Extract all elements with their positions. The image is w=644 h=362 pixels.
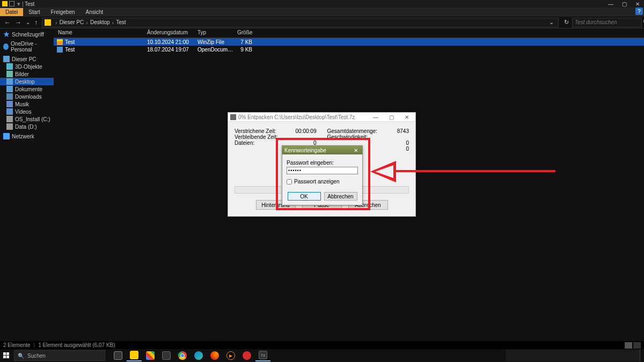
search-icon: 🔍 — [18, 353, 24, 359]
dialog-titlebar[interactable]: 0% Entpacken C:\Users\Izu\Desktop\Test\T… — [228, 113, 415, 122]
col-name[interactable]: Name — [55, 28, 144, 38]
path-dropdown-icon[interactable]: ⌄ — [547, 19, 556, 26]
sidebar-label: Musik — [15, 101, 29, 107]
nav-forward-button[interactable]: → — [13, 19, 24, 26]
cube-icon — [6, 63, 13, 70]
col-size[interactable]: Größe — [234, 28, 254, 38]
sidebar-label: Desktop — [15, 79, 35, 85]
photos-taskbar[interactable] — [143, 350, 158, 361]
sidebar-item-drive-c[interactable]: OS_Install (C:) — [0, 115, 54, 123]
nav-up-button[interactable]: ↑ — [32, 19, 40, 26]
file-size: 9 KB — [234, 47, 254, 53]
col-type[interactable]: Typ — [194, 28, 234, 38]
breadcrumb[interactable]: › Dieser PC › Desktop › Test ⌄ — [42, 18, 559, 27]
ribbon-tabs: Datei Start Freigeben Ansicht — [0, 8, 644, 17]
status-selected: 1 Element ausgewählt (6,07 KB) — [38, 342, 115, 348]
file-explorer-taskbar[interactable] — [127, 350, 142, 361]
taskbar-search[interactable]: 🔍 Suchen — [14, 350, 105, 361]
sidebar-item-network[interactable]: Netzwerk — [0, 132, 54, 140]
minimize-button[interactable]: — — [606, 1, 616, 7]
mediaplayer-taskbar[interactable] — [223, 350, 238, 361]
edge-taskbar[interactable] — [191, 350, 206, 361]
sidebar-item-3d-objects[interactable]: 3D-Objekte — [0, 63, 54, 70]
search-box[interactable]: 🔍 — [572, 18, 642, 27]
7z-icon — [230, 114, 236, 120]
network-icon — [3, 133, 10, 139]
maximize-button[interactable]: ▢ — [385, 114, 398, 120]
sidebar-item-drive-d[interactable]: Data (D:) — [0, 123, 54, 130]
chevron-right-icon: › — [86, 19, 88, 26]
large-icons-view-button[interactable] — [633, 342, 641, 349]
address-bar: ← → ⌄ ↑ › Dieser PC › Desktop › Test ⌄ ↻… — [0, 17, 644, 28]
close-button[interactable]: ✕ — [400, 114, 413, 120]
sidebar-label: OS_Install (C:) — [15, 116, 50, 122]
crumb-pc[interactable]: Dieser PC — [60, 19, 84, 25]
show-password-label[interactable]: Passwort anzeigen — [287, 179, 358, 184]
record-icon — [243, 351, 251, 360]
nav-back-button[interactable]: ← — [2, 19, 13, 26]
separator: | — [34, 342, 35, 348]
pictures-icon — [6, 71, 13, 77]
file-date: 18.07.2024 19:07 — [144, 47, 194, 53]
search-placeholder: Suchen — [27, 353, 46, 359]
sidebar-item-this-pc[interactable]: Dieser PC — [0, 55, 54, 63]
titlebar-separator: ▾ | — [17, 1, 24, 8]
navigation-sidebar: Schnellzugriff OneDrive - Personal Diese… — [0, 28, 54, 341]
tab-view[interactable]: Ansicht — [80, 8, 109, 16]
show-desktop-button[interactable] — [640, 350, 644, 361]
chrome-icon — [178, 351, 187, 360]
file-row[interactable]: Test 10.10.2024 21:00 WinZip File 7 KB — [54, 38, 644, 46]
start-button[interactable] — [0, 349, 13, 362]
password-dialog-titlebar[interactable]: Kennworteingabe ✕ — [282, 146, 362, 154]
chrome-taskbar[interactable] — [175, 350, 190, 361]
system-tray[interactable] — [506, 350, 640, 361]
sidebar-item-music[interactable]: Musik — [0, 100, 54, 108]
file-type: OpenDocument T... — [194, 47, 234, 53]
app-icon — [9, 1, 14, 6]
7zip-taskbar[interactable]: 7z — [255, 350, 270, 361]
tab-share[interactable]: Freigeben — [45, 8, 80, 16]
cancel-button[interactable]: Abbrechen — [324, 192, 357, 201]
dialog-title: Kennworteingabe — [284, 147, 352, 153]
details-view-button[interactable] — [625, 342, 632, 349]
help-icon[interactable]: ? — [635, 8, 643, 15]
downloads-icon — [6, 93, 13, 100]
file-type: WinZip File — [194, 39, 234, 45]
taskview-icon — [114, 351, 122, 360]
minimize-button[interactable]: — — [369, 114, 383, 120]
checkbox-label: Passwort anzeigen — [294, 179, 340, 184]
password-input[interactable] — [287, 167, 358, 174]
processed-value: 0 — [406, 140, 409, 146]
store-taskbar[interactable] — [159, 350, 174, 361]
column-headers: Name Änderungsdatum Typ Größe — [54, 28, 644, 38]
tab-start[interactable]: Start — [23, 8, 45, 16]
crumb-folder[interactable]: Test — [116, 19, 126, 25]
sidebar-item-quick-access[interactable]: Schnellzugriff — [0, 31, 54, 38]
col-date[interactable]: Änderungsdatum — [144, 28, 194, 38]
crumb-desktop[interactable]: Desktop — [90, 19, 110, 25]
sidebar-item-downloads[interactable]: Downloads — [0, 93, 54, 100]
maximize-button[interactable]: ▢ — [620, 1, 629, 7]
file-row[interactable]: Test 18.07.2024 19:07 OpenDocument T... … — [54, 46, 644, 53]
close-button[interactable]: ✕ — [633, 1, 642, 7]
dialog-title: 0% Entpacken C:\Users\Izu\Desktop\Test\T… — [238, 114, 369, 120]
value3: 0 — [406, 146, 409, 152]
recent-dropdown[interactable]: ⌄ — [24, 19, 32, 25]
taskview-button[interactable] — [111, 350, 126, 361]
sidebar-item-documents[interactable]: Dokumente — [0, 85, 54, 93]
search-input[interactable] — [575, 19, 643, 25]
show-password-checkbox[interactable] — [287, 179, 292, 184]
firefox-taskbar[interactable] — [207, 350, 222, 361]
sidebar-item-pictures[interactable]: Bilder — [0, 70, 54, 78]
close-button[interactable]: ✕ — [352, 147, 360, 153]
sidebar-item-onedrive[interactable]: OneDrive - Personal — [0, 40, 54, 53]
app-taskbar[interactable] — [239, 350, 254, 361]
chevron-right-icon: › — [55, 19, 57, 26]
file-name: Test — [65, 47, 75, 53]
tab-file[interactable]: Datei — [0, 8, 23, 16]
sidebar-item-videos[interactable]: Videos — [0, 108, 54, 115]
sidebar-item-desktop[interactable]: Desktop — [0, 78, 54, 85]
refresh-button[interactable]: ↻ — [561, 19, 572, 26]
ok-button[interactable]: OK — [288, 192, 321, 201]
star-icon — [3, 31, 10, 38]
